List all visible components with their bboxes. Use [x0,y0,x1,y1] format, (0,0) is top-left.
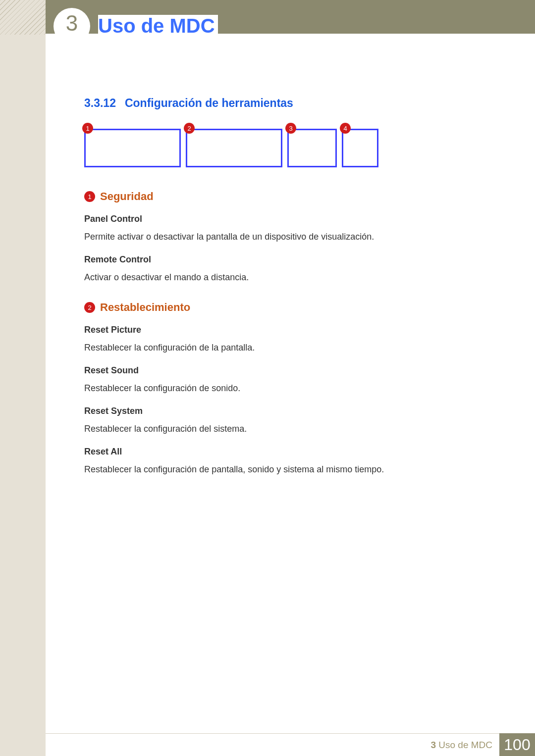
callout-num-3: 3 [285,123,296,134]
item-desc: Restablecer la configuración de la panta… [84,341,481,354]
item-desc: Activar o desactivar el mando a distanci… [84,271,481,284]
callout-num-1: 1 [82,123,93,134]
item-title: Remote Control [84,254,481,265]
callout-box-3 [287,129,337,167]
group-heading-restablecimiento: 2 Restablecimiento [84,301,481,314]
callout-1: 1 [84,129,181,167]
item-title: Reset System [84,406,481,416]
page-number: 100 [499,733,535,756]
chapter-number-badge: 3 [54,8,90,45]
group-num-1: 1 [84,191,95,202]
callout-box-2 [186,129,282,167]
footer-text: 3 Uso de MDC [430,740,492,751]
item-title: Panel Control [84,214,481,224]
item-title: Reset Picture [84,325,481,335]
footer-line: 3 Uso de MDC [46,733,499,756]
callout-num-4: 4 [340,123,351,134]
chapter-title: Uso de MDC [98,15,218,40]
footer-chapter-title: Uso de MDC [438,740,492,750]
toolbar-callout-row: 1 2 3 4 [84,129,481,167]
group-title-2: Restablecimiento [100,301,190,314]
item-desc: Permite activar o desactivar la pantalla… [84,230,481,244]
group-title-1: Seguridad [100,190,154,203]
hatch-decoration [0,0,46,35]
left-margin-stripe [0,0,46,756]
callout-2: 2 [186,129,282,167]
item-title: Reset All [84,447,481,457]
footer-chapter-num: 3 [430,740,436,750]
callout-num-2: 2 [184,123,195,134]
item-desc: Restablecer la configuración del sistema… [84,422,481,436]
item-desc: Restablecer la configuración de pantalla… [84,463,481,476]
section-number: 3.3.12 [84,97,116,109]
item-desc: Restablecer la configuración de sonido. [84,382,481,395]
callout-3: 3 [287,129,337,167]
callout-box-1 [84,129,181,167]
callout-4: 4 [342,129,378,167]
item-title: Reset Sound [84,365,481,376]
content-area: 3.3.12Configuración de herramientas 1 2 … [84,97,481,481]
group-heading-seguridad: 1 Seguridad [84,190,481,203]
page-footer: 3 Uso de MDC 100 [46,733,535,756]
group-num-2: 2 [84,302,95,313]
section-heading: 3.3.12Configuración de herramientas [84,97,481,110]
callout-box-4 [342,129,378,167]
section-title: Configuración de herramientas [125,97,293,109]
